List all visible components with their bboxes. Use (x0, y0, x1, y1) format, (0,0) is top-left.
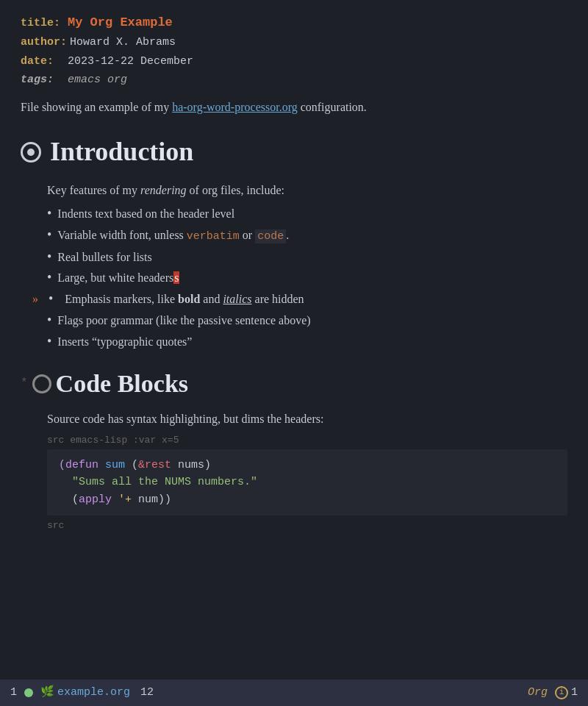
section1-content: Key features of my rendering of org file… (21, 182, 567, 352)
section2-heading: * Code Blocks (21, 365, 567, 404)
heading-bullet-inner (27, 149, 35, 156)
kw-num: num)) (138, 493, 171, 506)
section1-intro-end: of org files, include: (187, 184, 284, 196)
section1-heading-text: Introduction (50, 132, 193, 173)
meta-title-key: title: (21, 15, 65, 32)
section1-intro-before: Key features of my (47, 184, 140, 196)
kw-paren: ( (132, 459, 138, 471)
section1-intro: Key features of my rendering of org file… (47, 182, 567, 200)
section2-prefix: * (21, 374, 28, 393)
description-text-before: File showing an example of my (21, 101, 172, 113)
bullet-icon: • (47, 313, 51, 327)
section2-heading-text: Code Blocks (56, 365, 188, 404)
list-item-text: Emphasis markers, like bold and italics … (65, 290, 304, 309)
meta-tags-key: tags: (21, 71, 65, 88)
status-dot-icon (24, 688, 33, 697)
kw-apply: apply (79, 493, 112, 506)
list-item-text: Flags poor grammar (like the passive sen… (57, 312, 310, 330)
bullet-icon: • (47, 335, 51, 348)
status-bar: 1 🌿 example.org 12 Org i 1 (0, 680, 588, 706)
section1-bullet-list: • Indents text based on the header level… (47, 205, 567, 351)
status-mode: Org (528, 684, 548, 701)
list-item: • Real bullets for lists (47, 249, 567, 267)
src-label-top: src emacs-lisp :var x=5 (47, 433, 567, 448)
meta-date-line: date: 2023-12-22 December (21, 53, 567, 70)
list-item: • Variable width font, unless verbatim o… (47, 227, 567, 245)
code-line-2: "Sums all the NUMS numbers." (59, 474, 556, 491)
italic-text: italics (223, 293, 251, 305)
status-info: i 1 (555, 684, 578, 701)
kw-apply-paren: ( (59, 493, 79, 506)
list-item-text: Variable width font, unless verbatim or … (57, 227, 289, 245)
bullet-icon: • (49, 292, 53, 305)
section2-bullet-icon (32, 374, 51, 393)
status-info-icon: i (555, 686, 568, 699)
section2-intro: Source code has syntax highlighting, but… (47, 410, 567, 429)
list-item: • Large, but white headerss (47, 269, 567, 288)
meta-title-line: title: My Org Example (21, 13, 567, 32)
section1-heading: Introduction (21, 132, 567, 173)
kw-rest: &rest (138, 459, 171, 471)
list-item-text: Indents text based on the header level (57, 205, 234, 224)
kw-defun: (defun (59, 459, 98, 471)
bullet-icon: • (47, 207, 51, 220)
meta-date-key: date: (21, 53, 65, 70)
status-col: 12 (140, 684, 154, 701)
kw-nums: nums) (178, 459, 211, 471)
status-info-count: 1 (571, 684, 578, 701)
bullet-icon: • (47, 271, 51, 284)
main-content: title: My Org Example author: Howard X. … (0, 0, 588, 680)
bullet-icon: • (47, 250, 51, 263)
description-paragraph: File showing an example of my ha-org-wor… (21, 99, 567, 117)
list-item: • Inserts “typographic quotes” (47, 333, 567, 352)
meta-author-line: author: Howard X. Abrams (21, 34, 567, 51)
meta-tags-line: tags: emacs org (21, 71, 567, 88)
section1-intro-italic: rendering (140, 184, 187, 196)
meta-author-value: Howard X. Abrams (70, 34, 176, 51)
status-emacs-icon: 🌿 (40, 684, 54, 701)
section2-content: Source code has syntax highlighting, but… (21, 410, 567, 533)
list-item-arrow: » • Emphasis markers, like bold and ital… (47, 290, 567, 309)
list-item: • Indents text based on the header level (47, 205, 567, 224)
cursor: s (173, 271, 179, 284)
list-item-text: Real bullets for lists (57, 249, 151, 267)
arrow-marker-icon: » (32, 290, 38, 309)
list-item: • Flags poor grammar (like the passive s… (47, 312, 567, 330)
code-text: code (255, 229, 286, 243)
src-label-bottom: src (47, 518, 567, 533)
meta-date-value: 2023-12-22 December (68, 53, 193, 70)
heading-bullet-icon (21, 142, 41, 163)
description-link[interactable]: ha-org-word-processor.org (172, 101, 297, 113)
status-line-number: 1 (10, 684, 17, 701)
kw-sum: sum (105, 459, 132, 471)
kw-string: "Sums all the NUMS numbers." (59, 476, 257, 488)
status-filename[interactable]: example.org (57, 684, 130, 701)
kw-quote: '+ (118, 493, 132, 506)
code-block: (defun sum (&rest nums) "Sums all the NU… (47, 449, 567, 516)
bullet-icon: • (47, 228, 51, 241)
meta-title-value: My Org Example (68, 13, 173, 32)
description-text-after: configuration. (298, 101, 367, 113)
code-line-3: (apply '+ num)) (59, 491, 556, 508)
meta-block: title: My Org Example author: Howard X. … (21, 13, 567, 88)
code-line-1: (defun sum (&rest nums) (59, 457, 556, 474)
meta-author-key: author: (21, 34, 67, 51)
meta-tags-value: emacs org (68, 71, 127, 88)
bold-text: bold (178, 293, 200, 305)
list-item-text: Inserts “typographic quotes” (57, 333, 192, 352)
verbatim-text: verbatim (187, 230, 240, 243)
list-item-text: Large, but white headerss (57, 269, 179, 288)
